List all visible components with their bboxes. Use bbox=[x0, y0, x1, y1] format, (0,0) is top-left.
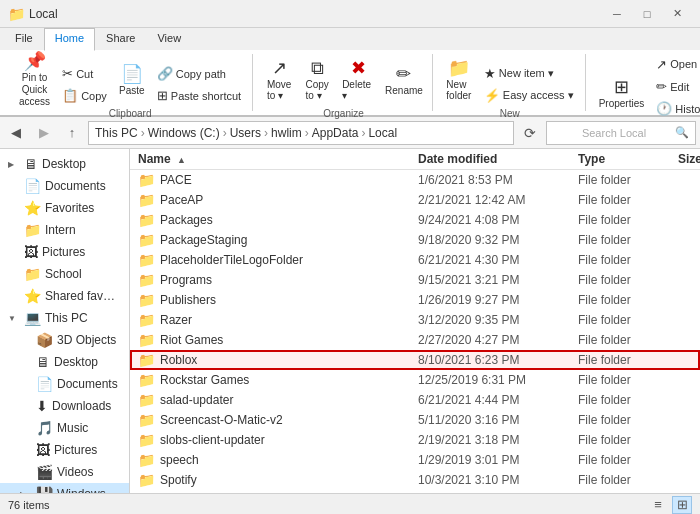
folder-icon: 📁 bbox=[138, 452, 155, 468]
paste-shortcut-button[interactable]: ⊞Paste shortcut bbox=[152, 85, 246, 106]
ribbon-content: 📌 Pin to Quickaccess ✂Cut 📋Copy 📄 Paste … bbox=[0, 50, 700, 116]
file-date: 12/25/2019 6:31 PM bbox=[418, 373, 578, 387]
nav-label-desktop: Desktop bbox=[42, 157, 86, 171]
history-button[interactable]: 🕐History bbox=[651, 98, 700, 119]
close-button[interactable]: ✕ bbox=[662, 4, 692, 24]
easy-access-button[interactable]: ⚡Easy access ▾ bbox=[479, 85, 579, 106]
status-bar: 76 items ≡ ⊞ bbox=[0, 493, 700, 514]
nav-3d-objects[interactable]: 📦 3D Objects bbox=[0, 329, 129, 351]
nav-documents2[interactable]: 📄 Documents bbox=[0, 373, 129, 395]
file-row[interactable]: 📁 PACE 1/6/2021 8:53 PM File folder bbox=[130, 170, 700, 190]
file-row[interactable]: 📁 PaceAP 2/21/2021 12:42 AM File folder bbox=[130, 190, 700, 210]
file-row[interactable]: 📁 Programs 9/15/2021 3:21 PM File folder bbox=[130, 270, 700, 290]
new-folder-button[interactable]: 📁 Newfolder bbox=[441, 54, 477, 106]
nav-this-pc[interactable]: ▼ 💻 This PC bbox=[0, 307, 129, 329]
rename-button[interactable]: ✏ Rename bbox=[382, 54, 426, 106]
nav-label-school: School bbox=[45, 267, 82, 281]
bc-hwlim[interactable]: hwlim bbox=[271, 126, 302, 140]
breadcrumb[interactable]: This PC › Windows (C:) › Users › hwlim ›… bbox=[88, 121, 514, 145]
nav-documents[interactable]: 📄 Documents bbox=[0, 175, 129, 197]
bc-windows-c[interactable]: Windows (C:) bbox=[148, 126, 220, 140]
copy-path-button[interactable]: 🔗Copy path bbox=[152, 63, 246, 84]
back-button[interactable]: ◀ bbox=[4, 121, 28, 145]
file-row[interactable]: 📁 Roblox 8/10/2021 6:23 PM File folder bbox=[130, 350, 700, 370]
forward-button[interactable]: ▶ bbox=[32, 121, 56, 145]
file-row[interactable]: 📁 Riot Games 2/27/2020 4:27 PM File fold… bbox=[130, 330, 700, 350]
file-row[interactable]: 📁 Rockstar Games 12/25/2019 6:31 PM File… bbox=[130, 370, 700, 390]
file-type: File folder bbox=[578, 293, 678, 307]
folder-icon: 📁 bbox=[138, 412, 155, 428]
search-box[interactable]: Search Local 🔍 bbox=[546, 121, 696, 145]
tab-file[interactable]: File bbox=[4, 28, 44, 50]
file-row[interactable]: 📁 speech 1/29/2019 3:01 PM File folder bbox=[130, 450, 700, 470]
nav-intern[interactable]: 📁 Intern bbox=[0, 219, 129, 241]
up-button[interactable]: ↑ bbox=[60, 121, 84, 145]
nav-shared-fav[interactable]: ⭐ Shared favorites bbox=[0, 285, 129, 307]
file-row[interactable]: 📁 Razer 3/12/2020 9:35 PM File folder bbox=[130, 310, 700, 330]
tab-share[interactable]: Share bbox=[95, 28, 146, 50]
file-row[interactable]: 📁 SquirrelTemp 10/24/2021 4:36 PM File f… bbox=[130, 490, 700, 493]
file-date: 9/18/2020 9:32 PM bbox=[418, 233, 578, 247]
file-type: File folder bbox=[578, 313, 678, 327]
edit-button[interactable]: ✏Edit bbox=[651, 76, 700, 97]
nav-label-desktop2: Desktop bbox=[54, 355, 98, 369]
nav-school[interactable]: 📁 School bbox=[0, 263, 129, 285]
nav-windows-c[interactable]: ▶ 💾 Windows (C:) bbox=[0, 483, 129, 493]
cut-button[interactable]: ✂Cut bbox=[57, 63, 112, 84]
copyto-icon: ⧉ bbox=[311, 59, 324, 77]
file-row[interactable]: 📁 PlaceholderTileLogoFolder 6/21/2021 4:… bbox=[130, 250, 700, 270]
file-row[interactable]: 📁 Spotify 10/3/2021 3:10 PM File folder bbox=[130, 470, 700, 490]
nav-music[interactable]: 🎵 Music bbox=[0, 417, 129, 439]
bc-this-pc[interactable]: This PC bbox=[95, 126, 138, 140]
copy-button[interactable]: 📋Copy bbox=[57, 85, 112, 106]
title-bar-text: Local bbox=[29, 7, 602, 21]
properties-button[interactable]: ⊞ Properties bbox=[594, 67, 650, 119]
delete-button[interactable]: ✖ Delete ▾ bbox=[337, 54, 380, 106]
file-date: 2/19/2021 3:18 PM bbox=[418, 433, 578, 447]
tab-view[interactable]: View bbox=[146, 28, 192, 50]
paste-icon: 📄 bbox=[121, 65, 143, 83]
tab-home[interactable]: Home bbox=[44, 28, 95, 51]
bc-appdata[interactable]: AppData bbox=[312, 126, 359, 140]
file-row[interactable]: 📁 Packages 9/24/2021 4:08 PM File folder bbox=[130, 210, 700, 230]
col-header-name[interactable]: Name ▲ bbox=[138, 152, 418, 166]
folder-icon: 📁 bbox=[138, 172, 155, 188]
file-date: 6/21/2021 4:30 PM bbox=[418, 253, 578, 267]
folder-icon: 📁 bbox=[138, 392, 155, 408]
folder-icon: 📁 bbox=[138, 472, 155, 488]
file-name: 📁 Programs bbox=[138, 272, 418, 288]
nav-videos[interactable]: 🎬 Videos bbox=[0, 461, 129, 483]
nav-pictures[interactable]: 🖼 Pictures bbox=[0, 241, 129, 263]
file-row[interactable]: 📁 salad-updater 6/21/2021 4:44 PM File f… bbox=[130, 390, 700, 410]
paste-button[interactable]: 📄 Paste bbox=[114, 54, 150, 106]
nav-favorites[interactable]: ⭐ Favorites bbox=[0, 197, 129, 219]
file-type: File folder bbox=[578, 433, 678, 447]
nav-desktop[interactable]: ▶ 🖥 Desktop bbox=[0, 153, 129, 175]
col-header-size[interactable]: Size bbox=[678, 152, 700, 166]
details-view-button[interactable]: ≡ bbox=[648, 496, 668, 514]
copy-to-button[interactable]: ⧉ Copyto ▾ bbox=[299, 54, 335, 106]
cut-icon: ✂ bbox=[62, 66, 73, 81]
tiles-view-button[interactable]: ⊞ bbox=[672, 496, 692, 514]
pin-icon: 📌 bbox=[24, 52, 46, 70]
folder-icon: 📁 bbox=[138, 232, 155, 248]
minimize-button[interactable]: ─ bbox=[602, 4, 632, 24]
new-item-button[interactable]: ★New item ▾ bbox=[479, 63, 579, 84]
nav-desktop2[interactable]: 🖥 Desktop bbox=[0, 351, 129, 373]
pin-to-quick-access-button[interactable]: 📌 Pin to Quickaccess bbox=[14, 54, 55, 106]
file-list: 📁 PACE 1/6/2021 8:53 PM File folder 📁 Pa… bbox=[130, 170, 700, 493]
open-button[interactable]: ↗Open ▾ bbox=[651, 54, 700, 75]
refresh-button[interactable]: ⟳ bbox=[518, 121, 542, 145]
col-header-type[interactable]: Type bbox=[578, 152, 678, 166]
file-row[interactable]: 📁 Publishers 1/26/2019 9:27 PM File fold… bbox=[130, 290, 700, 310]
file-name: 📁 Rockstar Games bbox=[138, 372, 418, 388]
file-row[interactable]: 📁 PackageStaging 9/18/2020 9:32 PM File … bbox=[130, 230, 700, 250]
col-header-date[interactable]: Date modified bbox=[418, 152, 578, 166]
maximize-button[interactable]: □ bbox=[632, 4, 662, 24]
nav-downloads[interactable]: ⬇ Downloads bbox=[0, 395, 129, 417]
nav-pictures2[interactable]: 🖼 Pictures bbox=[0, 439, 129, 461]
file-row[interactable]: 📁 slobs-client-updater 2/19/2021 3:18 PM… bbox=[130, 430, 700, 450]
file-row[interactable]: 📁 Screencast-O-Matic-v2 5/11/2020 3:16 P… bbox=[130, 410, 700, 430]
move-to-button[interactable]: ↗ Moveto ▾ bbox=[261, 54, 297, 106]
bc-users[interactable]: Users bbox=[230, 126, 261, 140]
